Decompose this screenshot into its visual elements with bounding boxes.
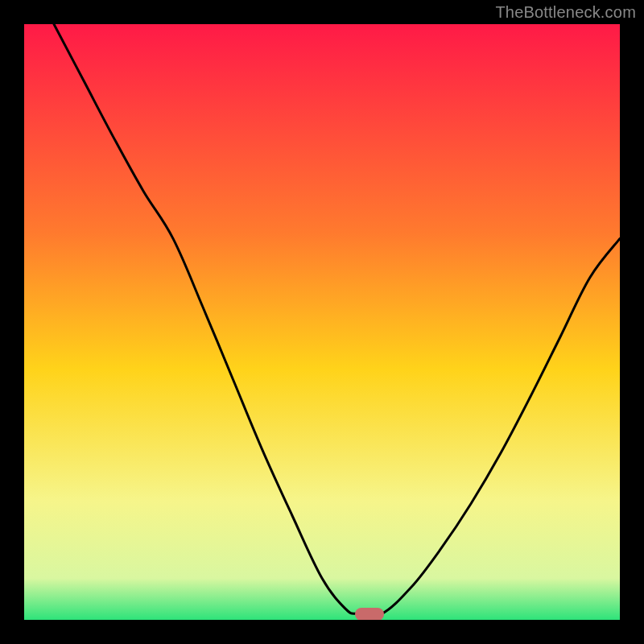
bottleneck-chart [24, 24, 620, 620]
plot-area [24, 24, 620, 620]
chart-frame: TheBottleneck.com [0, 0, 644, 644]
watermark-text: TheBottleneck.com [495, 3, 636, 22]
gradient-background [24, 24, 620, 620]
